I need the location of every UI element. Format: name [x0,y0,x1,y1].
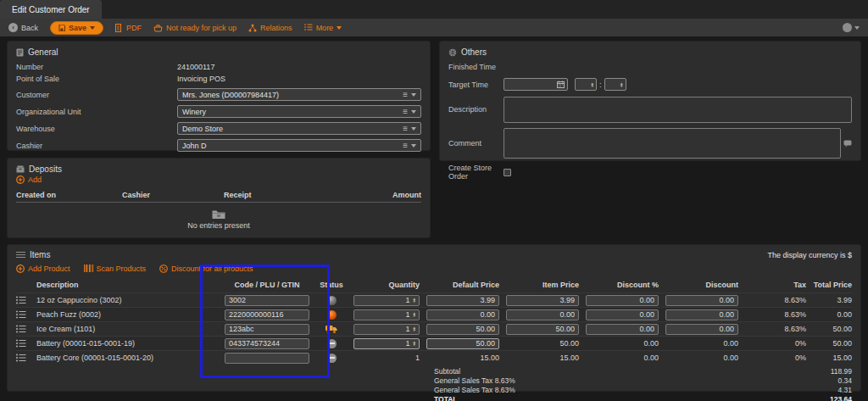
item-code-input[interactable] [225,353,309,364]
item-discount-pct: 0.00 [586,339,659,348]
comment-textarea[interactable] [504,128,841,159]
org-unit-caret-icon[interactable] [411,110,416,114]
deposit-add-button[interactable]: Add [16,175,421,184]
hour-spinner-icon[interactable]: ▲▼ [591,82,594,87]
item-price-input[interactable] [506,324,579,335]
minute-spinner-icon[interactable]: ▲▼ [620,82,623,87]
quantity-spinner-icon[interactable]: ▲▼ [413,312,416,317]
toolbar: ‹ Back Save PDF Not ready for pick up Re… [0,19,868,36]
customer-list-icon[interactable]: ≡ [403,91,408,99]
item-code-input[interactable] [225,338,309,349]
scan-products-button[interactable]: Scan Products [84,265,147,273]
item-default-price-input[interactable] [426,324,499,335]
add-product-button[interactable]: Add Product [16,265,70,273]
tab-label: Edit Customer Order [12,5,90,14]
item-total: 15.00 [813,354,852,362]
comment-bubble-icon[interactable] [843,140,852,148]
customer-caret-icon[interactable] [411,93,416,97]
item-discount-input[interactable] [665,309,738,320]
more-list-icon [304,24,313,31]
warehouse-caret-icon[interactable] [411,127,416,131]
deposits-table-header: Created on Cashier Receipt Amount [16,191,421,203]
item-discount: 0.00 [665,339,738,348]
item-default-price-input[interactable] [426,338,499,349]
barcode-icon [84,265,93,272]
status-web-icon [327,296,337,305]
drag-handle-icon[interactable] [16,325,30,333]
pdf-button[interactable]: PDF [115,24,142,32]
item-code-input[interactable] [225,295,309,306]
item-discount-pct-input[interactable] [586,295,659,306]
quantity-spinner-icon[interactable]: ▲▼ [413,341,416,346]
cashier-caret-icon[interactable] [411,144,416,148]
target-date-input[interactable] [504,78,568,91]
item-quantity-stepper[interactable]: 1▲▼ [353,324,420,335]
not-ready-pickup-button[interactable]: Not ready for pick up [153,24,236,32]
item-tax: 0% [745,354,806,362]
item-discount-pct-input[interactable] [586,309,659,320]
create-store-order-label: Create Store Order [448,164,504,181]
org-unit-select[interactable]: Winery ≡ [177,105,421,118]
drag-handle-icon[interactable] [16,310,30,319]
item-code-input[interactable] [225,309,309,320]
item-row: Battery Core (00001-015-0001-20) 1 15.00… [16,350,852,365]
item-discount-input[interactable] [665,324,738,335]
create-store-order-checkbox[interactable] [504,169,511,176]
item-discount-input[interactable] [665,295,738,306]
total-row: TOTAL 123.64 [16,395,852,401]
tax-row: General Sales Tax 8.63% 0.34 [16,376,852,386]
cashier-select[interactable]: John D ≡ [177,139,421,152]
back-button[interactable]: ‹ Back [8,23,38,32]
tab-edit-customer-order[interactable]: Edit Customer Order [0,0,102,19]
general-section-title: General [28,47,58,57]
warehouse-select[interactable]: Demo Store ≡ [177,122,421,135]
user-menu[interactable] [843,23,860,32]
item-quantity: 1 [353,354,420,362]
item-default-price-input[interactable] [426,309,499,320]
relations-button[interactable]: Relations [248,24,292,32]
subtotal-value: 118.99 [831,368,852,376]
col-status: Status [316,281,347,289]
item-tax: 8.63% [745,310,806,319]
deposits-section-title: Deposits [29,164,62,174]
target-minute-input[interactable]: ▲▼ [604,78,626,91]
warehouse-list-icon[interactable]: ≡ [403,125,408,133]
item-default-price-input[interactable] [426,295,499,306]
org-unit-list-icon[interactable]: ≡ [403,108,408,116]
discount-all-products-button[interactable]: Discount for all products [159,265,253,273]
cashier-list-icon[interactable]: ≡ [403,142,408,150]
items-section-icon [16,252,25,258]
description-textarea[interactable] [504,97,852,123]
calendar-icon[interactable] [557,81,565,88]
drag-handle-icon[interactable] [16,339,30,348]
save-button[interactable]: Save [50,21,103,35]
items-table-header: Description Code / PLU / GTIN Status Qua… [16,278,852,292]
item-quantity-stepper[interactable]: 1▲▼ [353,309,420,320]
number-label: Number [16,63,177,71]
item-row: 12 oz Cappuccino (3002) 1▲▼ 8.63% 3.99 [16,292,852,307]
target-hour-input[interactable]: ▲▼ [575,78,597,91]
item-discount-pct-input[interactable] [586,324,659,335]
save-icon [58,25,65,31]
item-price-input[interactable] [506,295,579,306]
more-button[interactable]: More [304,24,342,32]
quantity-spinner-icon[interactable]: ▲▼ [413,298,416,303]
item-quantity-stepper[interactable]: 1▲▼ [353,338,420,349]
relations-icon [248,24,257,32]
quantity-spinner-icon[interactable]: ▲▼ [413,326,416,331]
total-value: 123.64 [830,396,852,401]
customer-select[interactable]: Mrs. Jones (D00007984417) ≡ [177,88,421,101]
item-price: 15.00 [506,354,579,362]
item-price-input[interactable] [506,309,579,320]
drag-handle-icon[interactable] [16,296,30,304]
col-code: Code / PLU / GTIN [225,281,309,289]
col-item-price: Item Price [506,281,579,289]
customer-label: Customer [16,91,177,99]
drag-handle-icon[interactable] [16,354,30,362]
item-code-input[interactable] [225,324,309,335]
item-tax: 8.63% [745,325,806,333]
item-quantity-stepper[interactable]: 1▲▼ [353,295,420,306]
item-description: Peach Fuzz (0002) [36,310,218,319]
tax-value: 0.34 [837,377,852,385]
number-value: 241000117 [177,63,214,71]
